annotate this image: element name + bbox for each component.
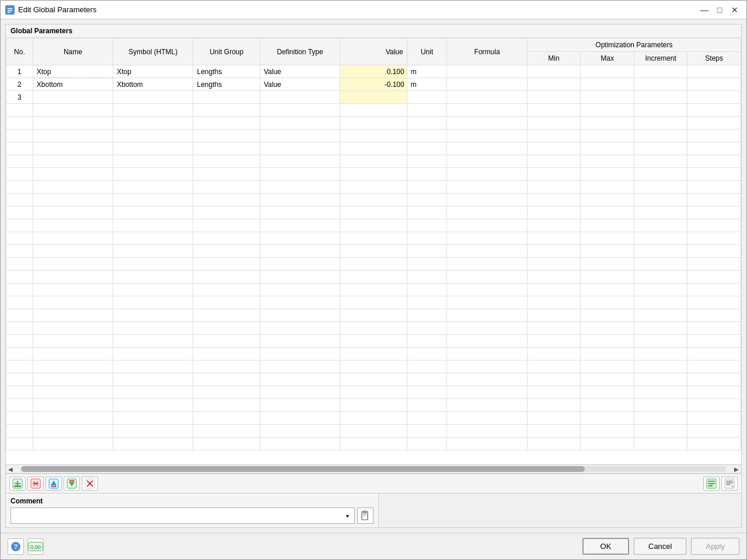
comment-input[interactable] [11, 508, 355, 524]
add-row-button[interactable] [9, 477, 26, 491]
close-button[interactable]: ✕ [728, 3, 742, 17]
delete-row-button[interactable] [27, 477, 44, 491]
value-button[interactable]: 0,00 [27, 538, 44, 555]
table-row[interactable]: 3 [6, 91, 741, 104]
table-row-empty [6, 373, 741, 386]
title-bar: Edit Global Parameters ― □ ✕ [1, 1, 746, 19]
table-row-empty [6, 322, 741, 335]
table-row-empty [6, 271, 741, 284]
svg-rect-33 [726, 484, 731, 485]
table-row-empty [6, 296, 741, 309]
comment-right-panel [379, 494, 742, 527]
title-left: Edit Global Parameters [5, 5, 96, 15]
svg-rect-38 [363, 514, 366, 515]
table-row-empty [6, 412, 741, 425]
svg-rect-3 [8, 12, 11, 13]
table-row-empty [6, 130, 741, 142]
horizontal-scrollbar[interactable]: ◀ ▶ [6, 464, 741, 474]
table-row-empty [6, 360, 741, 373]
svg-text:0,00: 0,00 [30, 544, 41, 550]
window-controls: ― □ ✕ [697, 3, 742, 17]
table-row-empty [6, 232, 741, 245]
comment-dropdown-button[interactable]: ▾ [341, 508, 355, 524]
table-row-empty [6, 335, 741, 348]
table-row-empty [6, 117, 741, 130]
table-row-empty [6, 168, 741, 181]
info-button[interactable]: ? [8, 538, 24, 555]
cancel-button[interactable]: Cancel [634, 538, 686, 555]
table-row-empty [6, 219, 741, 232]
window-content: Global Parameters No. Name Symbol (HTML)… [1, 19, 746, 533]
table-row-empty [6, 309, 741, 322]
table-row[interactable]: 1XtopXtopLengthsValue0.100m [6, 65, 741, 78]
import-button[interactable]: + [721, 477, 738, 491]
move-up-button[interactable] [46, 477, 62, 491]
svg-text:?: ? [14, 543, 18, 550]
table-row-empty [6, 258, 741, 271]
table-row-empty [6, 425, 741, 438]
move-down-button[interactable] [64, 477, 80, 491]
svg-text:X: X [710, 483, 713, 488]
scrollbar-track [21, 466, 726, 472]
app-icon [5, 5, 15, 15]
col-header-value: Value [340, 38, 407, 65]
window-title: Edit Global Parameters [18, 5, 96, 14]
svg-rect-1 [8, 8, 12, 9]
table-row-empty [6, 438, 741, 450]
col-header-steps: Steps [687, 52, 741, 65]
svg-rect-36 [363, 511, 366, 513]
col-header-unit: Unit [407, 38, 447, 65]
bottom-left: ? 0,00 [8, 538, 44, 555]
col-header-optimization: Optimization Parameters [527, 38, 741, 52]
maximize-button[interactable]: □ [713, 3, 727, 17]
table-row-empty [6, 399, 741, 412]
panel-header: Global Parameters [6, 24, 741, 38]
export-button[interactable]: X [703, 477, 720, 491]
col-header-formula: Formula [447, 38, 527, 65]
table-row-empty [6, 348, 741, 360]
ok-button[interactable]: OK [582, 538, 629, 555]
toolbar-right: X + [703, 477, 738, 491]
table-row-empty [6, 284, 741, 296]
svg-rect-39 [363, 516, 365, 516]
col-header-no: No. [6, 38, 33, 65]
col-header-symbol: Symbol (HTML) [113, 38, 193, 65]
table-row-empty [6, 104, 741, 117]
col-header-deftype: Definition Type [260, 38, 340, 65]
table-row-empty [6, 245, 741, 258]
bottom-bar: ? 0,00 OK Cancel Apply [1, 533, 746, 559]
col-header-increment: Increment [634, 52, 687, 65]
table-container[interactable]: No. Name Symbol (HTML) Unit Group Defini… [6, 38, 741, 464]
comment-input-wrapper: ▾ [11, 508, 355, 524]
table-row[interactable]: 2XbottomXbottomLengthsValue-0.100m [6, 78, 741, 91]
minimize-button[interactable]: ― [697, 3, 711, 17]
col-header-min: Min [527, 52, 581, 65]
comment-label: Comment [11, 497, 374, 505]
clear-button[interactable] [82, 477, 98, 491]
scrollbar-thumb[interactable] [21, 466, 585, 472]
scroll-left-btn[interactable]: ◀ [8, 466, 13, 473]
svg-rect-37 [363, 513, 366, 514]
toolbar-left [9, 477, 98, 491]
table-row-empty [6, 386, 741, 399]
scroll-right-btn[interactable]: ▶ [734, 466, 739, 473]
table-row-empty [6, 206, 741, 219]
main-window: Edit Global Parameters ― □ ✕ Global Para… [0, 0, 747, 560]
table-row-empty [6, 194, 741, 206]
svg-rect-31 [726, 481, 733, 482]
table-row-empty [6, 142, 741, 155]
table-row-empty [6, 181, 741, 194]
comment-paste-button[interactable] [357, 508, 374, 524]
col-header-name: Name [33, 38, 113, 65]
params-table: No. Name Symbol (HTML) Unit Group Defini… [6, 38, 741, 450]
svg-rect-2 [8, 10, 12, 11]
table-row-empty [6, 155, 741, 168]
svg-text:+: + [731, 484, 734, 489]
svg-rect-7 [14, 485, 21, 487]
col-header-unitgroup: Unit Group [193, 38, 260, 65]
global-params-panel: Global Parameters No. Name Symbol (HTML)… [5, 24, 742, 528]
col-header-max: Max [581, 52, 634, 65]
apply-button[interactable]: Apply [691, 538, 739, 555]
bottom-right: OK Cancel Apply [582, 538, 739, 555]
svg-rect-26 [708, 481, 715, 482]
